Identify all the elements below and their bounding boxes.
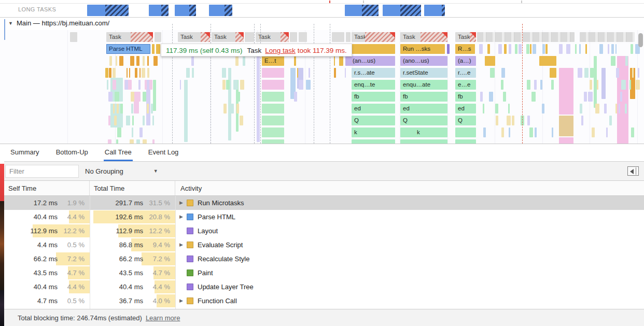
- tab-call-tree[interactable]: Call Tree: [104, 144, 133, 161]
- flame-bar[interactable]: Q: [400, 116, 447, 125]
- grouping-select[interactable]: No Grouping ▼: [85, 167, 163, 175]
- table-row[interactable]: 4.4 ms0.5 %86.8 ms9.4 %▶Evaluate Script: [4, 238, 644, 252]
- flame-bar[interactable]: k: [352, 127, 395, 137]
- table-row[interactable]: 40.4 ms4.4 %40.4 ms4.4 %Update Layer Tre…: [4, 280, 644, 294]
- long-tasks-track[interactable]: LONG TASKS: [0, 4, 644, 18]
- flame-event-stripe: [504, 44, 507, 54]
- flame-bar[interactable]: ed: [400, 104, 447, 114]
- header-total-time[interactable]: Total Time: [90, 181, 175, 195]
- main-thread-flamechart[interactable]: ▼ Main — https://bj.meituan.com/ TaskTas…: [0, 18, 644, 144]
- long-task-bar[interactable]: [87, 5, 129, 16]
- timeline-dashed-marker: [254, 24, 255, 144]
- flame-bar[interactable]: Q: [455, 116, 476, 125]
- flame-bar[interactable]: r.…e: [455, 68, 476, 78]
- flame-bar[interactable]: Task: [400, 32, 447, 42]
- collapse-caret-icon[interactable]: ▼: [8, 21, 13, 26]
- long-task-bar[interactable]: [424, 5, 445, 16]
- tab-bottom-up[interactable]: Bottom-Up: [55, 144, 89, 161]
- main-track-header[interactable]: ▼ Main — https://bj.meituan.com/: [0, 18, 644, 30]
- flame-bar[interactable]: ed: [455, 104, 476, 114]
- expand-arrow-icon[interactable]: ▶: [179, 294, 187, 308]
- flame-bar[interactable]: R…s: [455, 44, 475, 54]
- show-sidebar-toggle-icon[interactable]: [627, 166, 639, 176]
- flame-event-stripe: [240, 80, 244, 90]
- flame-task-fragment[interactable]: [580, 32, 635, 42]
- tab-event-log[interactable]: Event Log: [147, 144, 180, 161]
- flame-task-fragment[interactable]: [290, 32, 297, 42]
- long-task-bar[interactable]: [345, 5, 379, 16]
- flame-bar[interactable]: Task: [352, 32, 395, 42]
- flame-event-stripe: [625, 56, 628, 66]
- expand-arrow-icon[interactable]: ▶: [179, 210, 187, 224]
- flame-task-fragment[interactable]: [70, 32, 77, 42]
- flame-bar[interactable]: [400, 139, 447, 144]
- activity-label: Function Call: [198, 294, 237, 308]
- flame-task-fragment[interactable]: [346, 32, 351, 42]
- long-task-bar[interactable]: [209, 5, 232, 16]
- flame-event-stripe: [611, 56, 615, 66]
- flame-task-fragment[interactable]: [332, 32, 344, 42]
- flame-bar[interactable]: (an…us): [345, 56, 395, 66]
- flame-bar[interactable]: fb: [455, 92, 476, 102]
- flame-bar[interactable]: Task: [178, 32, 210, 42]
- flame-event-stripe: [631, 44, 633, 54]
- flame-task-fragment[interactable]: [299, 32, 307, 42]
- flame-bar[interactable]: Q: [352, 116, 395, 125]
- flame-bar[interactable]: Task: [106, 32, 153, 42]
- column-divider[interactable]: [90, 196, 90, 309]
- learn-more-link[interactable]: Learn more: [146, 314, 180, 322]
- flame-bar[interactable]: Run …sks: [400, 44, 445, 54]
- long-task-bar[interactable]: [383, 5, 421, 16]
- flame-bar[interactable]: enq…te: [352, 80, 395, 90]
- flame-bar[interactable]: E…t: [262, 56, 284, 66]
- table-row[interactable]: 4.7 ms0.5 %36.7 ms4.0 %▶Function Call: [4, 294, 644, 308]
- header-self-time[interactable]: Self Time: [4, 181, 90, 195]
- flame-bar[interactable]: [352, 44, 395, 54]
- long-task-hatch: [442, 5, 445, 16]
- time-percent: 4.4 %: [67, 280, 85, 294]
- flame-bar[interactable]: [352, 139, 395, 144]
- flame-bar[interactable]: r.setState: [400, 68, 447, 78]
- flame-bar[interactable]: (a…): [455, 56, 476, 66]
- table-row[interactable]: 43.5 ms4.7 %43.5 ms4.7 %Paint: [4, 266, 644, 280]
- flame-bar[interactable]: (ano…us): [400, 56, 447, 66]
- flame-bar[interactable]: Task: [455, 32, 476, 42]
- header-activity[interactable]: Activity: [175, 181, 644, 195]
- flame-event-stripe: [136, 56, 139, 66]
- table-row[interactable]: 66.2 ms7.2 %66.2 ms7.2 %Recalculate Styl…: [4, 252, 644, 266]
- tab-summary[interactable]: Summary: [9, 144, 40, 161]
- flame-bar[interactable]: Parse HTML: [106, 44, 150, 54]
- expand-arrow-icon[interactable]: ▶: [179, 238, 187, 252]
- flame-bar[interactable]: [447, 44, 450, 54]
- table-row[interactable]: 17.2 ms1.9 %291.7 ms31.5 %▶Run Microtask…: [4, 196, 644, 210]
- flame-scrollbar-thumb[interactable]: [638, 33, 643, 47]
- column-divider[interactable]: [175, 196, 176, 309]
- expand-arrow-icon[interactable]: ▶: [179, 196, 187, 210]
- table-row[interactable]: 40.4 ms4.4 %192.6 ms20.8 %▶Parse HTML: [4, 210, 644, 224]
- time-ms: 40.4 ms: [34, 210, 58, 224]
- flame-bar[interactable]: fb: [352, 92, 395, 102]
- timeline-overview-strip[interactable]: [0, 0, 644, 4]
- flame-bar[interactable]: r.s…ate: [352, 68, 395, 78]
- flame-bar[interactable]: ed: [352, 104, 395, 114]
- flame-bar[interactable]: e…e: [455, 80, 476, 90]
- time-percent: 12.2 %: [64, 224, 85, 238]
- table-row[interactable]: 112.9 ms12.2 %112.9 ms12.2 %Layout: [4, 224, 644, 238]
- flame-bar[interactable]: fb: [400, 92, 447, 102]
- filter-input[interactable]: [5, 165, 79, 178]
- flame-bar[interactable]: enqu…ate: [400, 80, 447, 90]
- long-task-bar[interactable]: [149, 5, 169, 16]
- flame-event-stripe: [540, 80, 542, 90]
- long-task-bar[interactable]: [175, 5, 196, 16]
- flame-event-stripe: [184, 80, 188, 142]
- tooltip-long-task-link[interactable]: Long task: [265, 47, 296, 54]
- flame-task-fragment[interactable]: [245, 32, 254, 42]
- flame-event-stripe: [143, 116, 145, 125]
- flame-bar[interactable]: [455, 127, 476, 137]
- flame-task-fragment[interactable]: [155, 32, 161, 42]
- flame-task-fragment[interactable]: [477, 32, 575, 42]
- flame-bar[interactable]: Task: [212, 32, 244, 42]
- flame-event-stripe: [152, 116, 154, 125]
- flame-bar[interactable]: [455, 139, 476, 144]
- flame-bar[interactable]: k: [400, 127, 447, 137]
